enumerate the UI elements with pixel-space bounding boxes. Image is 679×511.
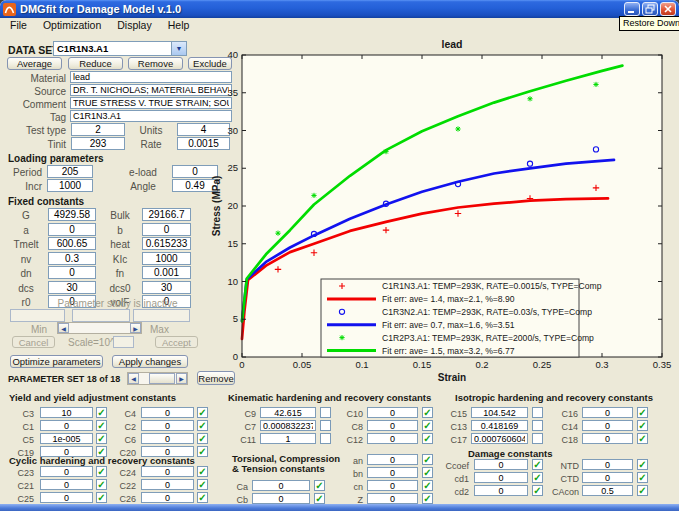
menu-help[interactable]: Help — [160, 18, 198, 33]
restore-button[interactable] — [642, 2, 658, 16]
constant-field[interactable] — [367, 420, 418, 431]
slider-right-arrow-icon[interactable]: ▶ — [130, 323, 141, 333]
constant-field[interactable] — [474, 485, 528, 496]
constant-checkbox[interactable]: ✓ — [197, 433, 208, 444]
value-field[interactable] — [48, 252, 96, 265]
minimize-button[interactable] — [624, 2, 640, 16]
average-button[interactable]: Average — [7, 57, 62, 70]
value-field[interactable] — [47, 165, 93, 178]
constant-checkbox[interactable]: ✓ — [422, 433, 433, 444]
slider-left-arrow-icon[interactable]: ◀ — [128, 373, 139, 384]
constant-checkbox[interactable]: ✓ — [422, 407, 433, 418]
constant-field[interactable] — [471, 433, 528, 444]
constant-checkbox[interactable]: ✓ — [422, 454, 433, 465]
constant-checkbox[interactable]: ✓ — [422, 493, 433, 504]
value-field[interactable] — [142, 223, 191, 236]
constant-checkbox[interactable]: ✓ — [197, 407, 208, 418]
constant-field[interactable] — [367, 454, 418, 465]
optimize-parameters-button[interactable]: Optimize parameters — [10, 355, 103, 368]
param-study-slider[interactable]: ◀ ▶ — [57, 322, 142, 334]
constant-field[interactable] — [367, 480, 418, 491]
value-field[interactable] — [142, 266, 191, 279]
value-field[interactable] — [48, 223, 96, 236]
constant-checkbox[interactable]: ✓ — [637, 472, 648, 483]
chevron-down-icon[interactable]: ▼ — [171, 42, 186, 55]
slider-left-arrow-icon[interactable]: ◀ — [58, 323, 69, 333]
constant-field[interactable] — [260, 420, 316, 431]
constant-checkbox[interactable]: ✓ — [532, 472, 543, 483]
constant-field[interactable] — [582, 433, 633, 444]
constant-checkbox[interactable]: ✓ — [422, 420, 433, 431]
constant-field[interactable] — [40, 479, 93, 490]
constant-checkbox[interactable] — [532, 433, 543, 444]
constant-checkbox[interactable]: ✓ — [532, 459, 543, 470]
constant-field[interactable] — [367, 467, 418, 478]
constant-field[interactable] — [252, 480, 310, 491]
constant-field[interactable] — [582, 485, 633, 496]
value-field[interactable] — [47, 179, 93, 192]
constant-field[interactable] — [141, 407, 194, 418]
constant-checkbox[interactable]: ✓ — [637, 485, 648, 496]
constant-checkbox[interactable]: ✓ — [637, 433, 648, 444]
constant-field[interactable] — [40, 466, 93, 477]
value-field[interactable] — [48, 237, 96, 250]
value-field[interactable] — [48, 281, 96, 294]
constant-field[interactable] — [40, 446, 93, 457]
constant-checkbox[interactable] — [320, 407, 331, 418]
constant-checkbox[interactable]: ✓ — [197, 492, 208, 503]
constant-field[interactable] — [582, 420, 633, 431]
constant-checkbox[interactable]: ✓ — [422, 467, 433, 478]
accept-button[interactable]: Accept — [155, 336, 198, 348]
constant-field[interactable] — [40, 433, 93, 444]
value-field[interactable] — [71, 137, 125, 150]
value-field[interactable] — [142, 281, 191, 294]
apply-changes-button[interactable]: Apply changes — [112, 355, 188, 368]
constant-checkbox[interactable]: ✓ — [197, 446, 208, 457]
constant-field[interactable] — [40, 420, 93, 431]
remove-dataset-button[interactable]: Remove — [128, 57, 183, 70]
constant-checkbox[interactable]: ✓ — [314, 480, 325, 491]
constant-field[interactable] — [141, 479, 194, 490]
menu-file[interactable]: File — [2, 18, 35, 33]
constant-field[interactable] — [141, 492, 194, 503]
slider-right-arrow-icon[interactable]: ▶ — [176, 373, 187, 384]
constant-field[interactable] — [260, 433, 316, 444]
value-field[interactable] — [48, 208, 96, 221]
constant-checkbox[interactable]: ✓ — [422, 480, 433, 491]
constant-checkbox[interactable]: ✓ — [197, 479, 208, 490]
value-field[interactable] — [142, 252, 191, 265]
reduce-button[interactable]: Reduce — [68, 57, 123, 70]
constant-field[interactable] — [582, 407, 633, 418]
constant-checkbox[interactable] — [320, 420, 331, 431]
constant-field[interactable] — [471, 407, 528, 418]
constant-checkbox[interactable]: ✓ — [197, 466, 208, 477]
constant-checkbox[interactable]: ✓ — [637, 407, 648, 418]
constant-field[interactable] — [582, 459, 633, 470]
constant-checkbox[interactable] — [320, 433, 331, 444]
slider-thumb[interactable] — [149, 373, 175, 384]
constant-checkbox[interactable]: ✓ — [314, 493, 325, 504]
parameter-set-slider[interactable]: ◀ ▶ — [127, 372, 188, 385]
value-field[interactable] — [71, 123, 125, 136]
constant-field[interactable] — [367, 433, 418, 444]
value-field[interactable] — [48, 266, 96, 279]
constant-checkbox[interactable] — [532, 407, 543, 418]
dataset-dropdown[interactable]: C1R1N3.A1 ▼ — [53, 41, 187, 56]
constant-field[interactable] — [367, 407, 418, 418]
constant-field[interactable] — [141, 446, 194, 457]
constant-checkbox[interactable]: ✓ — [197, 420, 208, 431]
value-field[interactable] — [142, 237, 191, 250]
constant-checkbox[interactable] — [532, 420, 543, 431]
constant-field[interactable] — [582, 472, 633, 483]
cancel-button[interactable]: Cancel — [12, 336, 55, 348]
menu-optimization[interactable]: Optimization — [35, 18, 109, 33]
constant-field[interactable] — [367, 493, 418, 504]
constant-field[interactable] — [474, 459, 528, 470]
constant-field[interactable] — [141, 466, 194, 477]
constant-field[interactable] — [141, 420, 194, 431]
constant-checkbox[interactable]: ✓ — [637, 459, 648, 470]
constant-field[interactable] — [260, 407, 316, 418]
constant-field[interactable] — [40, 492, 93, 503]
close-button[interactable] — [660, 2, 676, 16]
constant-field[interactable] — [40, 407, 93, 418]
